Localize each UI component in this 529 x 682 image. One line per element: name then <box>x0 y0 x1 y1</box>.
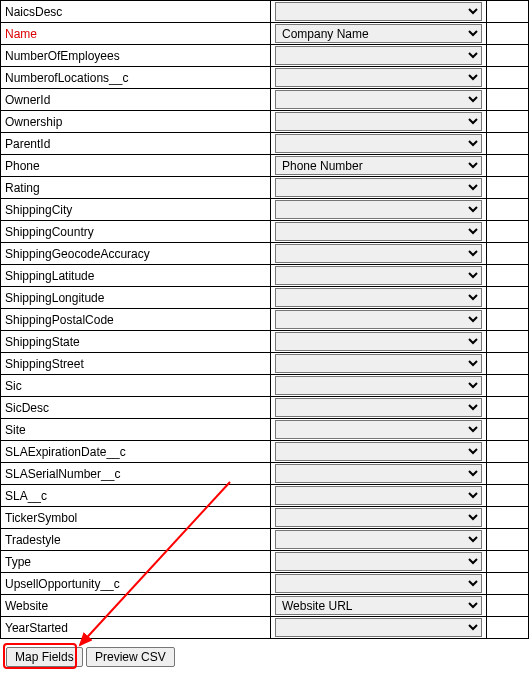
mapping-select[interactable]: Company NamePhone NumberWebsite URL <box>275 574 482 593</box>
extra-cell <box>487 155 529 177</box>
mapping-cell: Company NamePhone NumberWebsite URL <box>271 67 487 89</box>
table-row: RatingCompany NamePhone NumberWebsite UR… <box>1 177 529 199</box>
mapping-cell: Company NamePhone NumberWebsite URL <box>271 463 487 485</box>
mapping-select[interactable]: Company NamePhone NumberWebsite URL <box>275 464 482 483</box>
table-row: UpsellOpportunity__cCompany NamePhone Nu… <box>1 573 529 595</box>
mapping-cell: Company NamePhone NumberWebsite URL <box>271 265 487 287</box>
mapping-select[interactable]: Company NamePhone NumberWebsite URL <box>275 486 482 505</box>
field-label: ShippingCountry <box>1 221 271 243</box>
mapping-select[interactable]: Company NamePhone NumberWebsite URL <box>275 112 482 131</box>
mapping-cell: Company NamePhone NumberWebsite URL <box>271 177 487 199</box>
extra-cell <box>487 485 529 507</box>
mapping-cell: Company NamePhone NumberWebsite URL <box>271 529 487 551</box>
table-row: ShippingPostalCodeCompany NamePhone Numb… <box>1 309 529 331</box>
table-row: ShippingGeocodeAccuracyCompany NamePhone… <box>1 243 529 265</box>
mapping-select[interactable]: Company NamePhone NumberWebsite URL <box>275 288 482 307</box>
table-row: ShippingStateCompany NamePhone NumberWeb… <box>1 331 529 353</box>
field-label: Ownership <box>1 111 271 133</box>
extra-cell <box>487 221 529 243</box>
extra-cell <box>487 617 529 639</box>
mapping-select[interactable]: Company NamePhone NumberWebsite URL <box>275 596 482 615</box>
extra-cell <box>487 45 529 67</box>
extra-cell <box>487 23 529 45</box>
mapping-select[interactable]: Company NamePhone NumberWebsite URL <box>275 156 482 175</box>
field-label: ShippingLatitude <box>1 265 271 287</box>
field-label: OwnerId <box>1 89 271 111</box>
table-row: TypeCompany NamePhone NumberWebsite URL <box>1 551 529 573</box>
table-row: SLA__cCompany NamePhone NumberWebsite UR… <box>1 485 529 507</box>
table-row: ShippingLongitudeCompany NamePhone Numbe… <box>1 287 529 309</box>
table-row: OwnerIdCompany NamePhone NumberWebsite U… <box>1 89 529 111</box>
mapping-select[interactable]: Company NamePhone NumberWebsite URL <box>275 332 482 351</box>
table-row: TickerSymbolCompany NamePhone NumberWebs… <box>1 507 529 529</box>
mapping-select[interactable]: Company NamePhone NumberWebsite URL <box>275 552 482 571</box>
extra-cell <box>487 133 529 155</box>
field-label: Sic <box>1 375 271 397</box>
mapping-select[interactable]: Company NamePhone NumberWebsite URL <box>275 618 482 637</box>
mapping-cell: Company NamePhone NumberWebsite URL <box>271 375 487 397</box>
extra-cell <box>487 463 529 485</box>
mapping-select[interactable]: Company NamePhone NumberWebsite URL <box>275 398 482 417</box>
map-fields-button[interactable]: Map Fields <box>6 647 83 667</box>
extra-cell <box>487 375 529 397</box>
mapping-select[interactable]: Company NamePhone NumberWebsite URL <box>275 68 482 87</box>
table-row: SiteCompany NamePhone NumberWebsite URL <box>1 419 529 441</box>
mapping-cell: Company NamePhone NumberWebsite URL <box>271 573 487 595</box>
mapping-select[interactable]: Company NamePhone NumberWebsite URL <box>275 134 482 153</box>
extra-cell <box>487 243 529 265</box>
table-row: SLAExpirationDate__cCompany NamePhone Nu… <box>1 441 529 463</box>
mapping-select[interactable]: Company NamePhone NumberWebsite URL <box>275 266 482 285</box>
mapping-select[interactable]: Company NamePhone NumberWebsite URL <box>275 2 482 21</box>
mapping-select[interactable]: Company NamePhone NumberWebsite URL <box>275 310 482 329</box>
extra-cell <box>487 199 529 221</box>
mapping-cell: Company NamePhone NumberWebsite URL <box>271 243 487 265</box>
mapping-select[interactable]: Company NamePhone NumberWebsite URL <box>275 46 482 65</box>
table-row: NumberOfEmployeesCompany NamePhone Numbe… <box>1 45 529 67</box>
table-row: NumberofLocations__cCompany NamePhone Nu… <box>1 67 529 89</box>
table-row: SLASerialNumber__cCompany NamePhone Numb… <box>1 463 529 485</box>
field-label: SLAExpirationDate__c <box>1 441 271 463</box>
mapping-select[interactable]: Company NamePhone NumberWebsite URL <box>275 200 482 219</box>
mapping-cell: Company NamePhone NumberWebsite URL <box>271 551 487 573</box>
extra-cell <box>487 595 529 617</box>
table-row: ShippingCountryCompany NamePhone NumberW… <box>1 221 529 243</box>
field-label: YearStarted <box>1 617 271 639</box>
mapping-cell: Company NamePhone NumberWebsite URL <box>271 133 487 155</box>
table-row: ParentIdCompany NamePhone NumberWebsite … <box>1 133 529 155</box>
mapping-cell: Company NamePhone NumberWebsite URL <box>271 331 487 353</box>
mapping-cell: Company NamePhone NumberWebsite URL <box>271 221 487 243</box>
mapping-cell: Company NamePhone NumberWebsite URL <box>271 485 487 507</box>
mapping-cell: Company NamePhone NumberWebsite URL <box>271 111 487 133</box>
mapping-select[interactable]: Company NamePhone NumberWebsite URL <box>275 222 482 241</box>
field-label: NumberOfEmployees <box>1 45 271 67</box>
field-label: ShippingPostalCode <box>1 309 271 331</box>
extra-cell <box>487 89 529 111</box>
mapping-cell: Company NamePhone NumberWebsite URL <box>271 617 487 639</box>
mapping-select[interactable]: Company NamePhone NumberWebsite URL <box>275 442 482 461</box>
table-row: SicDescCompany NamePhone NumberWebsite U… <box>1 397 529 419</box>
table-row: ShippingStreetCompany NamePhone NumberWe… <box>1 353 529 375</box>
mapping-select[interactable]: Company NamePhone NumberWebsite URL <box>275 90 482 109</box>
mapping-cell: Company NamePhone NumberWebsite URL <box>271 353 487 375</box>
field-mapping-table: NaicsDescCompany NamePhone NumberWebsite… <box>0 0 529 639</box>
extra-cell <box>487 1 529 23</box>
mapping-select[interactable]: Company NamePhone NumberWebsite URL <box>275 530 482 549</box>
preview-csv-button[interactable]: Preview CSV <box>86 647 175 667</box>
extra-cell <box>487 287 529 309</box>
mapping-select[interactable]: Company NamePhone NumberWebsite URL <box>275 420 482 439</box>
field-label: Website <box>1 595 271 617</box>
mapping-select[interactable]: Company NamePhone NumberWebsite URL <box>275 354 482 373</box>
mapping-select[interactable]: Company NamePhone NumberWebsite URL <box>275 508 482 527</box>
mapping-cell: Company NamePhone NumberWebsite URL <box>271 1 487 23</box>
mapping-select[interactable]: Company NamePhone NumberWebsite URL <box>275 244 482 263</box>
field-label: SLA__c <box>1 485 271 507</box>
mapping-cell: Company NamePhone NumberWebsite URL <box>271 199 487 221</box>
mapping-cell: Company NamePhone NumberWebsite URL <box>271 397 487 419</box>
field-label: ShippingStreet <box>1 353 271 375</box>
table-row: WebsiteCompany NamePhone NumberWebsite U… <box>1 595 529 617</box>
mapping-select[interactable]: Company NamePhone NumberWebsite URL <box>275 24 482 43</box>
mapping-select[interactable]: Company NamePhone NumberWebsite URL <box>275 376 482 395</box>
field-label: NaicsDesc <box>1 1 271 23</box>
mapping-select[interactable]: Company NamePhone NumberWebsite URL <box>275 178 482 197</box>
table-row: YearStartedCompany NamePhone NumberWebsi… <box>1 617 529 639</box>
